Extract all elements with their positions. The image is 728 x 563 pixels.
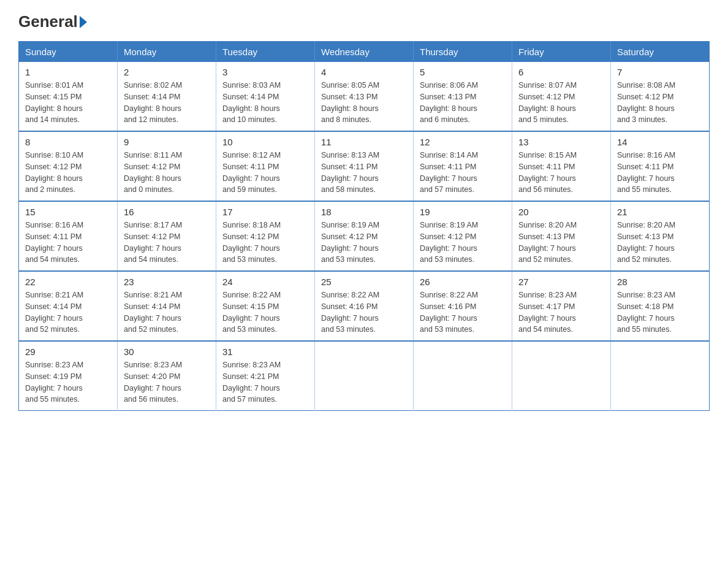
calendar-cell: 16 Sunrise: 8:17 AMSunset: 4:12 PMDaylig… <box>118 201 216 271</box>
calendar-cell: 31 Sunrise: 8:23 AMSunset: 4:21 PMDaylig… <box>216 341 315 411</box>
day-number: 11 <box>321 137 407 147</box>
day-info: Sunrise: 8:12 AMSunset: 4:11 PMDaylight:… <box>222 150 308 196</box>
calendar-cell: 12 Sunrise: 8:14 AMSunset: 4:11 PMDaylig… <box>414 131 512 201</box>
day-info: Sunrise: 8:16 AMSunset: 4:11 PMDaylight:… <box>25 220 111 266</box>
calendar-cell: 9 Sunrise: 8:11 AMSunset: 4:12 PMDayligh… <box>118 131 216 201</box>
day-number: 4 <box>321 67 407 77</box>
day-info: Sunrise: 8:22 AMSunset: 4:16 PMDaylight:… <box>420 289 506 335</box>
calendar-cell: 7 Sunrise: 8:08 AMSunset: 4:12 PMDayligh… <box>611 62 710 131</box>
day-info: Sunrise: 8:23 AMSunset: 4:17 PMDaylight:… <box>518 289 604 335</box>
day-number: 25 <box>321 277 407 287</box>
calendar-cell: 17 Sunrise: 8:18 AMSunset: 4:12 PMDaylig… <box>216 201 315 271</box>
day-info: Sunrise: 8:23 AMSunset: 4:20 PMDaylight:… <box>124 359 210 405</box>
day-info: Sunrise: 8:13 AMSunset: 4:11 PMDaylight:… <box>321 150 407 196</box>
calendar-cell: 13 Sunrise: 8:15 AMSunset: 4:11 PMDaylig… <box>512 131 611 201</box>
day-info: Sunrise: 8:23 AMSunset: 4:19 PMDaylight:… <box>25 359 111 405</box>
week-row-3: 15 Sunrise: 8:16 AMSunset: 4:11 PMDaylig… <box>19 201 710 271</box>
day-number: 16 <box>124 207 210 217</box>
day-number: 14 <box>617 137 703 147</box>
calendar-table: SundayMondayTuesdayWednesdayThursdayFrid… <box>18 41 710 411</box>
calendar-cell: 11 Sunrise: 8:13 AMSunset: 4:11 PMDaylig… <box>315 131 414 201</box>
day-number: 3 <box>222 67 308 77</box>
week-row-2: 8 Sunrise: 8:10 AMSunset: 4:12 PMDayligh… <box>19 131 710 201</box>
day-info: Sunrise: 8:07 AMSunset: 4:12 PMDaylight:… <box>518 80 604 126</box>
calendar-cell: 18 Sunrise: 8:19 AMSunset: 4:12 PMDaylig… <box>315 201 414 271</box>
weekday-header-row: SundayMondayTuesdayWednesdayThursdayFrid… <box>19 42 710 63</box>
day-number: 20 <box>518 207 604 217</box>
day-info: Sunrise: 8:14 AMSunset: 4:11 PMDaylight:… <box>420 150 506 196</box>
calendar-cell: 28 Sunrise: 8:23 AMSunset: 4:18 PMDaylig… <box>611 271 710 341</box>
day-number: 15 <box>25 207 111 217</box>
day-info: Sunrise: 8:22 AMSunset: 4:16 PMDaylight:… <box>321 289 407 335</box>
day-number: 30 <box>124 347 210 357</box>
week-row-4: 22 Sunrise: 8:21 AMSunset: 4:14 PMDaylig… <box>19 271 710 341</box>
day-info: Sunrise: 8:21 AMSunset: 4:14 PMDaylight:… <box>124 289 210 335</box>
day-number: 9 <box>124 137 210 147</box>
calendar-cell: 14 Sunrise: 8:16 AMSunset: 4:11 PMDaylig… <box>611 131 710 201</box>
day-number: 13 <box>518 137 604 147</box>
day-number: 5 <box>420 67 506 77</box>
day-info: Sunrise: 8:03 AMSunset: 4:14 PMDaylight:… <box>222 80 308 126</box>
day-number: 8 <box>25 137 111 147</box>
calendar-cell <box>611 341 710 411</box>
logo: General <box>18 12 89 29</box>
calendar-cell: 15 Sunrise: 8:16 AMSunset: 4:11 PMDaylig… <box>19 201 118 271</box>
day-info: Sunrise: 8:23 AMSunset: 4:18 PMDaylight:… <box>617 289 703 335</box>
calendar-cell: 5 Sunrise: 8:06 AMSunset: 4:13 PMDayligh… <box>414 62 512 131</box>
calendar-cell: 2 Sunrise: 8:02 AMSunset: 4:14 PMDayligh… <box>118 62 216 131</box>
day-number: 1 <box>25 67 111 77</box>
calendar-cell: 20 Sunrise: 8:20 AMSunset: 4:13 PMDaylig… <box>512 201 611 271</box>
calendar-cell: 10 Sunrise: 8:12 AMSunset: 4:11 PMDaylig… <box>216 131 315 201</box>
day-number: 7 <box>617 67 703 77</box>
calendar-cell: 29 Sunrise: 8:23 AMSunset: 4:19 PMDaylig… <box>19 341 118 411</box>
weekday-header-saturday: Saturday <box>611 42 710 63</box>
weekday-header-monday: Monday <box>118 42 216 63</box>
calendar-cell: 1 Sunrise: 8:01 AMSunset: 4:15 PMDayligh… <box>19 62 118 131</box>
day-info: Sunrise: 8:20 AMSunset: 4:13 PMDaylight:… <box>617 220 703 266</box>
day-info: Sunrise: 8:19 AMSunset: 4:12 PMDaylight:… <box>420 220 506 266</box>
calendar-cell <box>315 341 414 411</box>
weekday-header-thursday: Thursday <box>414 42 512 63</box>
day-number: 6 <box>518 67 604 77</box>
logo-general: General <box>18 12 78 31</box>
day-info: Sunrise: 8:16 AMSunset: 4:11 PMDaylight:… <box>617 150 703 196</box>
day-info: Sunrise: 8:15 AMSunset: 4:11 PMDaylight:… <box>518 150 604 196</box>
day-number: 12 <box>420 137 506 147</box>
day-info: Sunrise: 8:18 AMSunset: 4:12 PMDaylight:… <box>222 220 308 266</box>
weekday-header-friday: Friday <box>512 42 611 63</box>
day-number: 22 <box>25 277 111 287</box>
calendar-cell: 24 Sunrise: 8:22 AMSunset: 4:15 PMDaylig… <box>216 271 315 341</box>
weekday-header-wednesday: Wednesday <box>315 42 414 63</box>
calendar-cell: 27 Sunrise: 8:23 AMSunset: 4:17 PMDaylig… <box>512 271 611 341</box>
day-info: Sunrise: 8:06 AMSunset: 4:13 PMDaylight:… <box>420 80 506 126</box>
calendar-cell: 23 Sunrise: 8:21 AMSunset: 4:14 PMDaylig… <box>118 271 216 341</box>
calendar-cell: 26 Sunrise: 8:22 AMSunset: 4:16 PMDaylig… <box>414 271 512 341</box>
day-info: Sunrise: 8:11 AMSunset: 4:12 PMDaylight:… <box>124 150 210 196</box>
day-number: 24 <box>222 277 308 287</box>
day-info: Sunrise: 8:19 AMSunset: 4:12 PMDaylight:… <box>321 220 407 266</box>
calendar-cell <box>414 341 512 411</box>
day-number: 29 <box>25 347 111 357</box>
day-info: Sunrise: 8:17 AMSunset: 4:12 PMDaylight:… <box>124 220 210 266</box>
logo-arrow-icon <box>80 16 87 28</box>
day-info: Sunrise: 8:08 AMSunset: 4:12 PMDaylight:… <box>617 80 703 126</box>
calendar-cell: 3 Sunrise: 8:03 AMSunset: 4:14 PMDayligh… <box>216 62 315 131</box>
day-info: Sunrise: 8:01 AMSunset: 4:15 PMDaylight:… <box>25 80 111 126</box>
logo-text: General <box>18 12 89 31</box>
weekday-header-tuesday: Tuesday <box>216 42 315 63</box>
day-info: Sunrise: 8:20 AMSunset: 4:13 PMDaylight:… <box>518 220 604 266</box>
day-number: 28 <box>617 277 703 287</box>
week-row-1: 1 Sunrise: 8:01 AMSunset: 4:15 PMDayligh… <box>19 62 710 131</box>
calendar-cell: 4 Sunrise: 8:05 AMSunset: 4:13 PMDayligh… <box>315 62 414 131</box>
day-number: 31 <box>222 347 308 357</box>
day-number: 23 <box>124 277 210 287</box>
weekday-header-sunday: Sunday <box>19 42 118 63</box>
page-header: General <box>18 12 710 29</box>
calendar-cell <box>512 341 611 411</box>
day-number: 17 <box>222 207 308 217</box>
day-number: 27 <box>518 277 604 287</box>
calendar-cell: 8 Sunrise: 8:10 AMSunset: 4:12 PMDayligh… <box>19 131 118 201</box>
day-number: 26 <box>420 277 506 287</box>
calendar-cell: 21 Sunrise: 8:20 AMSunset: 4:13 PMDaylig… <box>611 201 710 271</box>
day-info: Sunrise: 8:05 AMSunset: 4:13 PMDaylight:… <box>321 80 407 126</box>
